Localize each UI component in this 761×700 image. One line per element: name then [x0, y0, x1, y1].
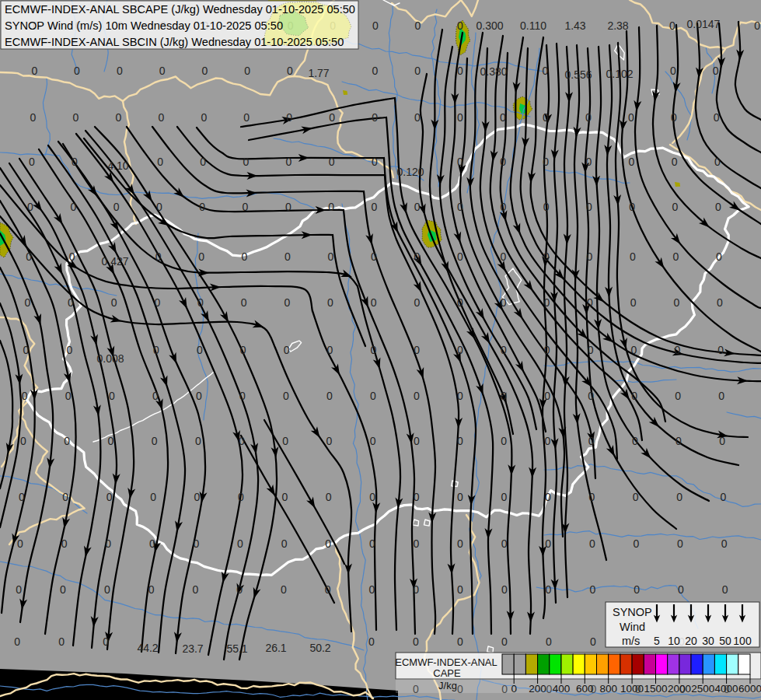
svg-text:0.427: 0.427	[101, 255, 128, 268]
svg-text:0: 0	[414, 491, 420, 503]
svg-text:0: 0	[192, 583, 198, 596]
svg-text:0: 0	[109, 390, 115, 402]
svg-text:0: 0	[326, 390, 333, 402]
svg-text:0: 0	[501, 635, 508, 648]
svg-text:0: 0	[157, 156, 163, 168]
svg-text:0: 0	[154, 296, 160, 309]
svg-text:0: 0	[673, 296, 679, 309]
svg-text:800: 800	[599, 683, 617, 695]
svg-text:0: 0	[714, 111, 720, 124]
svg-text:0: 0	[148, 583, 155, 596]
svg-text:SYNOP: SYNOP	[613, 606, 652, 618]
svg-text:0: 0	[543, 156, 549, 168]
svg-text:0: 0	[26, 250, 32, 263]
svg-text:1.43: 1.43	[564, 19, 585, 32]
svg-text:0: 0	[105, 537, 111, 550]
svg-text:0: 0	[457, 296, 463, 309]
svg-text:0: 0	[73, 111, 79, 124]
svg-text:44.2: 44.2	[137, 642, 158, 654]
svg-text:0: 0	[414, 65, 421, 77]
svg-text:0: 0	[72, 156, 78, 168]
svg-text:0: 0	[457, 19, 463, 32]
svg-text:0: 0	[543, 250, 550, 263]
svg-text:0: 0	[61, 537, 68, 550]
svg-text:0: 0	[546, 583, 552, 596]
svg-text:0: 0	[197, 344, 203, 356]
svg-text:0: 0	[243, 201, 249, 213]
svg-text:0: 0	[328, 250, 334, 263]
svg-text:0: 0	[328, 201, 334, 213]
svg-text:400: 400	[553, 683, 571, 695]
svg-text:0: 0	[630, 250, 636, 263]
svg-text:0: 0	[721, 537, 728, 550]
svg-text:23.7: 23.7	[182, 642, 203, 655]
svg-text:0: 0	[717, 296, 723, 309]
svg-text:0: 0	[500, 201, 506, 213]
svg-text:0.110: 0.110	[520, 19, 546, 32]
svg-text:0: 0	[243, 111, 250, 124]
svg-text:0: 0	[414, 435, 420, 447]
svg-text:0: 0	[500, 156, 506, 168]
svg-text:0: 0	[588, 491, 595, 503]
svg-text:0: 0	[501, 435, 507, 447]
svg-text:0: 0	[325, 537, 331, 550]
svg-text:0: 0	[677, 537, 683, 550]
svg-text:0: 0	[370, 390, 376, 402]
svg-text:0: 0	[544, 390, 550, 402]
svg-text:0: 0	[30, 111, 37, 124]
svg-text:0: 0	[58, 635, 65, 648]
svg-text:0: 0	[501, 491, 508, 503]
svg-text:0: 0	[194, 491, 201, 503]
svg-text:0.556: 0.556	[564, 68, 592, 81]
svg-text:0: 0	[414, 250, 421, 263]
svg-text:26.1: 26.1	[265, 642, 286, 654]
svg-text:0: 0	[587, 250, 593, 263]
svg-text:SYNOP Wind (m/s) 10m Wednesday: SYNOP Wind (m/s) 10m Wednesday 01-10-202…	[5, 19, 283, 32]
svg-text:0: 0	[544, 344, 550, 356]
svg-text:0: 0	[545, 491, 551, 503]
svg-text:0: 0	[19, 491, 25, 503]
svg-text:0: 0	[29, 156, 35, 168]
svg-text:5: 5	[654, 635, 660, 647]
svg-text:0: 0	[20, 435, 26, 447]
svg-text:0: 0	[111, 296, 117, 309]
svg-text:0: 0	[678, 583, 684, 596]
svg-text:0: 0	[414, 344, 420, 356]
svg-text:0: 0	[716, 250, 722, 263]
svg-text:0: 0	[194, 537, 200, 550]
svg-text:0: 0	[116, 111, 122, 124]
svg-text:0: 0	[198, 250, 204, 263]
svg-text:0: 0	[501, 537, 508, 550]
svg-text:0: 0	[673, 250, 679, 263]
svg-text:0: 0	[543, 111, 549, 124]
svg-text:0: 0	[589, 583, 595, 596]
svg-text:0: 0	[22, 390, 28, 402]
svg-text:0: 0	[243, 156, 250, 168]
svg-text:0: 0	[369, 583, 375, 596]
svg-text:0: 0	[501, 583, 508, 596]
svg-text:0: 0	[195, 435, 201, 447]
svg-text:0: 0	[282, 435, 288, 447]
svg-text:0: 0	[74, 65, 80, 77]
svg-text:0: 0	[543, 65, 549, 77]
svg-text:J/kg: J/kg	[438, 680, 457, 691]
svg-text:0: 0	[414, 390, 420, 402]
svg-text:0: 0	[511, 683, 517, 695]
svg-text:0: 0	[589, 537, 595, 550]
svg-text:0: 0	[372, 19, 379, 32]
svg-text:0: 0	[369, 537, 375, 550]
svg-text:0: 0	[155, 250, 162, 263]
svg-text:0: 0	[414, 537, 420, 550]
svg-text:0: 0	[372, 201, 378, 213]
svg-text:CAPE: CAPE	[433, 667, 461, 679]
svg-text:0: 0	[240, 344, 246, 356]
svg-text:0: 0	[413, 635, 419, 648]
svg-text:0: 0	[670, 65, 676, 77]
svg-text:0: 0	[201, 111, 207, 124]
svg-text:0: 0	[675, 435, 682, 447]
svg-text:Wind: Wind	[620, 621, 645, 633]
svg-text:0: 0	[754, 19, 760, 32]
svg-text:0: 0	[281, 583, 287, 596]
svg-text:0: 0	[65, 390, 72, 402]
svg-text:ECMWF-INDEX-ANAL SBCIN (J/kg): ECMWF-INDEX-ANAL SBCIN (J/kg) Wednesday …	[5, 36, 344, 48]
